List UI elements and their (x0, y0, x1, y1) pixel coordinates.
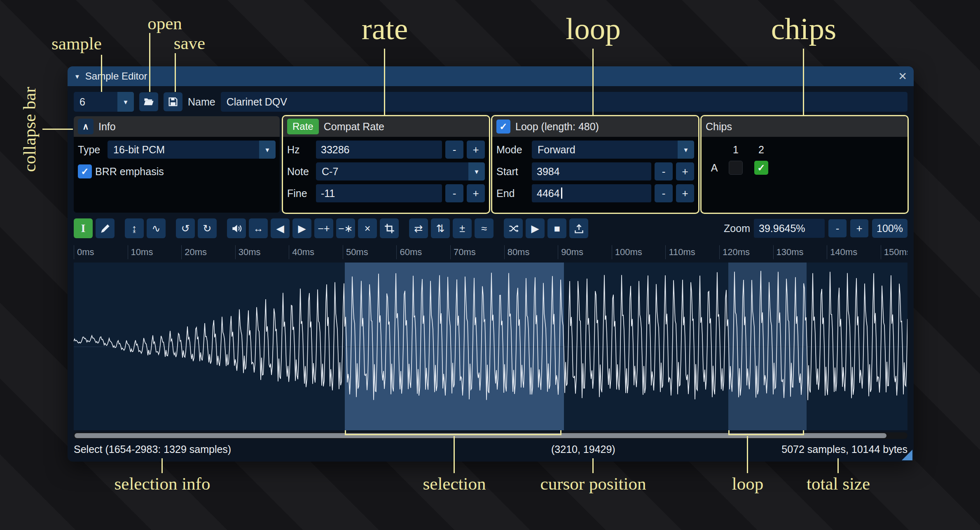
redo-icon: ↻ (203, 223, 212, 235)
save-button[interactable] (164, 92, 182, 111)
speaker-icon (231, 223, 242, 234)
fade-out-icon: ▶ (298, 223, 306, 235)
loop-mode-value: Forward (532, 141, 678, 159)
filter-button[interactable]: ≈ (475, 218, 494, 238)
resize-icon: ↨ (132, 223, 137, 235)
insert-silence-button[interactable]: −+ (314, 218, 333, 238)
sample-header-row: 6 ▼ Name Clarinet DQV (74, 92, 907, 112)
fine-input[interactable]: -11 (316, 184, 442, 202)
fade-in-button[interactable]: ◀ (271, 218, 290, 238)
annotation-line-selection-info (161, 458, 163, 473)
loop-start-increase-button[interactable]: + (676, 162, 694, 181)
trim-button[interactable] (380, 218, 399, 238)
normalize-button[interactable]: ↔ (249, 218, 268, 238)
open-button[interactable] (139, 92, 158, 111)
time-ruler[interactable]: 0ms10ms20ms30ms40ms50ms60ms70ms80ms90ms1… (74, 243, 907, 261)
waveform-display[interactable] (74, 263, 907, 430)
create-wavetable-button[interactable] (569, 218, 588, 238)
redo-button[interactable]: ↻ (198, 218, 217, 238)
apply-silence-icon: −∗ (338, 223, 353, 235)
check-icon: ✓ (757, 162, 765, 174)
floppy-icon (167, 96, 179, 108)
invert-button[interactable]: ⇅ (431, 218, 450, 238)
window-collapse-icon[interactable]: ▼ (74, 73, 80, 80)
zoom-controls: Zoom 39.9645% - + 100% (724, 219, 907, 238)
loop-section: ✓ Loop (length: 480) Mode Forward ▼ Star… (492, 116, 698, 213)
loop-start-input[interactable]: 3984 (532, 162, 651, 181)
fine-decrease-button[interactable]: - (445, 184, 463, 202)
ruler-tick-100ms: 100ms (612, 245, 642, 259)
chip-column-1-label: 1 (733, 144, 739, 156)
delete-button[interactable]: × (358, 218, 377, 238)
fine-label: Fine (287, 188, 313, 199)
resample-button[interactable]: ∿ (147, 218, 166, 238)
undo-button[interactable]: ↺ (176, 218, 195, 238)
hz-decrease-button[interactable]: - (445, 141, 463, 159)
type-label: Type (78, 144, 104, 156)
edit-mode-icon: I (81, 222, 86, 235)
annotation-collapse-bar-label: collapse bar (21, 87, 38, 172)
amplify-button[interactable] (227, 218, 246, 238)
loop-mode-select[interactable]: Forward ▼ (532, 141, 694, 159)
zoom-in-button[interactable]: + (850, 219, 868, 237)
hz-increase-button[interactable]: + (467, 141, 485, 159)
name-input[interactable]: Clarinet DQV (221, 92, 907, 112)
zoom-input[interactable]: 39.9645% (754, 219, 825, 238)
draw-mode-button[interactable] (96, 218, 115, 238)
preview-button[interactable] (504, 218, 523, 238)
window-resize-grip[interactable] (902, 450, 912, 460)
delete-icon: × (365, 223, 371, 235)
chip-a-2-checkbox[interactable]: ✓ (754, 161, 768, 175)
folder-open-icon (143, 96, 154, 108)
close-icon[interactable]: ✕ (898, 70, 907, 83)
rate-badge[interactable]: Rate (287, 119, 319, 134)
loop-end-decrease-button[interactable]: - (655, 184, 673, 202)
ruler-tick-150ms: 150ms (881, 245, 907, 259)
chips-section-title: Chips (706, 121, 732, 133)
collapse-bar-button[interactable]: ∧ (78, 119, 94, 134)
sign-icon: ± (459, 223, 465, 235)
note-label: Note (287, 166, 313, 178)
annotation-total-size-label: total size (807, 475, 870, 492)
rate-section: Rate Compat Rate Hz 33286 - + Note C-7 ▼ (283, 116, 489, 213)
rate-section-title: Compat Rate (324, 121, 384, 133)
zoom-out-button[interactable]: - (828, 219, 847, 237)
text-caret (561, 188, 562, 199)
ruler-tick-120ms: 120ms (719, 245, 750, 259)
play-button[interactable]: ▶ (526, 218, 545, 238)
ruler-tick-110ms: 110ms (665, 245, 695, 259)
sample-editor-window: ▼ Sample Editor ✕ 6 ▼ Name Clarinet DQV … (68, 66, 914, 462)
reverse-icon: ⇄ (414, 223, 423, 235)
brr-emphasis-label: BRR emphasis (95, 166, 164, 178)
annotation-line-save (175, 53, 176, 92)
filter-icon: ≈ (481, 223, 487, 235)
sample-number-select[interactable]: 6 ▼ (74, 92, 134, 112)
loop-end-input[interactable]: 4464 (532, 184, 651, 202)
apply-silence-button[interactable]: −∗ (336, 218, 355, 238)
ruler-tick-40ms: 40ms (289, 245, 314, 259)
fine-increase-button[interactable]: + (467, 184, 485, 202)
hz-input[interactable]: 33286 (316, 141, 442, 159)
stop-button[interactable]: ■ (547, 218, 566, 238)
edit-mode-button[interactable]: I (74, 218, 93, 238)
annotation-cursor-position-label: cursor position (540, 475, 646, 492)
reverse-button[interactable]: ⇄ (409, 218, 428, 238)
info-section-title: Info (98, 121, 116, 133)
zoom-reset-button[interactable]: 100% (872, 219, 907, 238)
loop-start-decrease-button[interactable]: - (655, 162, 673, 181)
annotation-loop-bottom-label: loop (732, 475, 763, 492)
loop-enable-checkbox[interactable]: ✓ (496, 120, 510, 134)
chip-a-1-checkbox[interactable] (729, 161, 743, 175)
waveform-plot (74, 263, 907, 430)
loop-end-increase-button[interactable]: + (676, 184, 694, 202)
fade-out-button[interactable]: ▶ (292, 218, 311, 238)
pencil-icon (100, 223, 111, 234)
window-titlebar[interactable]: ▼ Sample Editor ✕ (68, 66, 914, 86)
insert-silence-icon: −+ (318, 223, 330, 235)
resize-button[interactable]: ↨ (125, 218, 144, 238)
brr-emphasis-checkbox[interactable]: ✓ (78, 164, 92, 178)
annotation-save-label: save (174, 34, 205, 52)
sample-type-select[interactable]: 16-bit PCM ▼ (108, 141, 276, 159)
sign-button[interactable]: ± (453, 218, 472, 238)
note-select[interactable]: C-7 ▼ (316, 162, 485, 181)
